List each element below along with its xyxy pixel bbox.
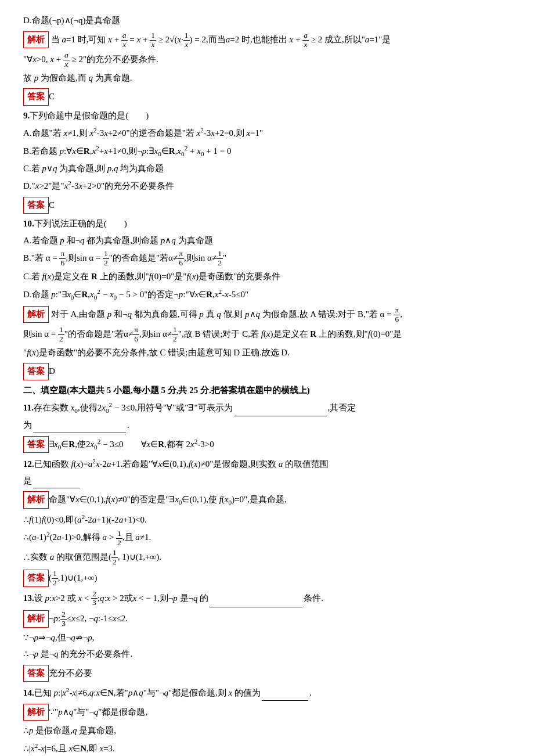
explain-text-1b: "∀x>0, x + ax ≥ 2"的充分不必要条件. — [23, 51, 511, 69]
explain-13: 解析¬p:23≤x≤2, ¬q:-1≤x≤2. — [23, 609, 511, 629]
explain-label-1: 解析 当 a=1 时,可知 x + ax = x + 1x ≥ 2√(x·1x)… — [23, 30, 511, 50]
answer-11: 答案∃x0∈R,使2x02 − 3≤0 ∀x∈R,都有 2x2-3>0 — [23, 435, 511, 455]
explain-10b: 则sin α = 12"的否命题是"若α≠π6,则sin α≠12",故 B 错… — [23, 326, 511, 344]
answer-10: 答案D — [23, 362, 511, 381]
answer-9: 答案C — [23, 196, 511, 215]
q12-text: 12.已知函数 f(x)=a2x-2a+1.若命题"∀x∈(0,1),f(x)≠… — [23, 456, 511, 472]
answer-badge-1: 答案 — [23, 88, 49, 106]
explain-13b: ∵¬p⇒¬q,但¬q⇏¬p, — [23, 631, 511, 646]
q9-text: 9.下列命题中是假命题的是( ) — [23, 109, 511, 124]
q10-d: D.命题 p:"∃x0∈R,x02 − x0 − 5 > 0"的否定¬p:"∀x… — [23, 286, 511, 303]
q10-a: A.若命题 p 和¬q 都为真命题,则命题 p∧q 为真命题 — [23, 233, 511, 249]
q12-text2: 是 — [23, 474, 511, 489]
section-fill: 二、填空题(本大题共 5 小题,每小题 5 分,共 25 分.把答案填在题中的横… — [23, 383, 511, 398]
q9-b: B.若命题 p:∀x∈R,x2+x+1≠0,则¬p:∃x0∈R,x02 + x0… — [23, 143, 511, 160]
explain-text-1c: 故 p 为假命题,而 q 为真命题. — [23, 71, 511, 86]
q10-text: 10.下列说法正确的是( ) — [23, 217, 511, 232]
answer-13: 答案充分不必要 — [23, 664, 511, 683]
q9-c: C.若 p∨q 为真命题,则 p,q 均为真命题 — [23, 161, 511, 177]
q10-b: B."若 α = π6,则sin α = 12"的否命题是"若α≠π6,则sin… — [23, 250, 511, 268]
explain-14b: ∴p 是假命题,q 是真命题, — [23, 723, 511, 739]
q13-text: 13.设 p:x>2 或 x < 23;q:x > 2或x < − 1,则¬p … — [23, 590, 511, 608]
explain-badge-14: 解析 — [23, 704, 49, 721]
answer-badge-12: 答案 — [23, 570, 49, 587]
answer-badge-9: 答案 — [23, 197, 49, 214]
page-content: D.命题(¬p)∧(¬q)是真命题 解析 当 a=1 时,可知 x + ax =… — [23, 13, 511, 756]
answer-1: 答案C — [23, 87, 511, 107]
q14-text: 14.已知 p:|x2-x|≠6,q:x∈N,若"p∧q"与"¬q"都是假命题,… — [23, 685, 511, 701]
explain-badge-10: 解析 — [23, 306, 49, 323]
explain-12: 解析命题"∀x∈(0,1),f(x)≠0"的否定是"∃x0∈(0,1),使 f(… — [23, 490, 511, 510]
explain-badge-1: 解析 — [23, 31, 49, 49]
answer-badge-10: 答案 — [23, 363, 49, 380]
q9-d: D."x>2"是"x2-3x+2>0"的充分不必要条件 — [23, 178, 511, 194]
q11-text: 11.存在实数 x0,使得2x02 − 3≤0,用符号"∀"或"∃"可表示为,其… — [23, 399, 511, 416]
option-d-text: D.命题(¬p)∧(¬q)是真命题 — [23, 13, 511, 28]
answer-12: 答案(12,1)∪(1,+∞) — [23, 568, 511, 588]
q9-a: A.命题"若 x≠1,则 x2-3x+2≠0"的逆否命题是"若 x2-3x+2=… — [23, 125, 511, 141]
explain-12d: ∴实数 a 的取值范围是(12, 1)∪(1,+∞). — [23, 549, 511, 567]
explain-10c: "f(x)是奇函数"的必要不充分条件,故 C 错误;由题意可知 D 正确.故选 … — [23, 345, 511, 361]
explain-badge-12: 解析 — [23, 491, 49, 509]
explain-14: 解析∵"p∧q"与"¬q"都是假命题, — [23, 703, 511, 722]
explain-12b: ∴f(1)f(0)<0,即(a2-2a+1)(-2a+1)<0. — [23, 512, 511, 528]
q10-c: C.若 f(x)是定义在 R 上的函数,则"f(0)=0"是"f(x)是奇函数"… — [23, 269, 511, 285]
answer-badge-11: 答案 — [23, 436, 49, 453]
explain-12c: ∴(a-1)2(2a-1)>0,解得 a > 12,且 a≠1. — [23, 529, 511, 547]
answer-badge-13: 答案 — [23, 665, 49, 682]
explain-14c: ∴|x2-x|=6,且 x∈N,即 x=3. — [23, 740, 511, 756]
explain-13c: ∴¬p 是¬q 的充分不必要条件. — [23, 647, 511, 662]
q11-text2: 为. — [23, 418, 511, 433]
explain-10: 解析 对于 A,由命题 p 和¬q 都为真命题,可得 p 真 q 假,则 p∧q… — [23, 305, 511, 325]
explain-badge-13: 解析 — [23, 610, 49, 628]
